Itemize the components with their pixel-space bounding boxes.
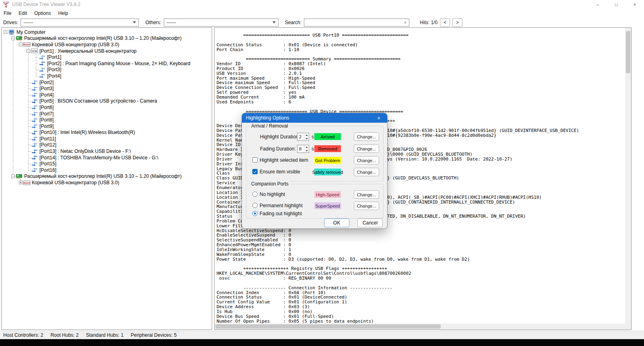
root-hub-icon: ROOT bbox=[23, 42, 31, 47]
usb-port-device-icon bbox=[31, 149, 38, 154]
usb-port-icon bbox=[31, 136, 38, 141]
cancel-button[interactable]: Cancel bbox=[357, 218, 383, 227]
permanent-highlight-radio[interactable] bbox=[252, 203, 258, 208]
fading-duration-spinner[interactable]: 8 bbox=[297, 145, 309, 153]
search-input[interactable] bbox=[304, 19, 402, 26]
tree-item[interactable]: -Расширяемый хост-контроллер Intel(R) US… bbox=[2, 173, 212, 180]
ok-button[interactable]: OK bbox=[324, 218, 349, 227]
highlight-duration-label: Highlight Duration: bbox=[260, 134, 300, 140]
fading-out-highlight-label: Fading out highlight bbox=[260, 211, 302, 216]
highlight-duration-spinner[interactable]: 2 bbox=[297, 133, 309, 141]
spin-up-icon[interactable] bbox=[304, 145, 309, 149]
ensure-item-visible-label: Ensure item visible bbox=[260, 169, 300, 175]
close-button[interactable]: × bbox=[625, 0, 644, 9]
tree-guide-line bbox=[28, 73, 29, 79]
prev-hit-button[interactable]: < bbox=[440, 18, 450, 27]
drives-combobox[interactable]: ------ bbox=[21, 19, 139, 27]
tree-item[interactable]: [Port14] : TOSHIBA TransMemory-Mx USB De… bbox=[2, 154, 212, 161]
horizontal-scrollbar[interactable] bbox=[215, 323, 625, 330]
tree-item[interactable]: -HUB[Port1] : Универсальный USB-концентр… bbox=[2, 48, 212, 54]
tree-item[interactable]: [Port10] : Intel Intel(R) Wireless Bluet… bbox=[2, 130, 212, 136]
tree-guide-line bbox=[13, 130, 13, 136]
menu-item-edit[interactable]: Edit bbox=[15, 10, 31, 16]
tree-item[interactable]: [Port2] : Pixart Imaging Gaming Mouse - … bbox=[2, 60, 212, 67]
change-superspeed-color-button[interactable]: Change... bbox=[354, 202, 379, 210]
others-combobox[interactable]: ------ bbox=[164, 19, 279, 27]
tree-guide-line bbox=[13, 60, 13, 67]
tree-guide-line bbox=[28, 126, 29, 130]
vertical-scroll-thumb[interactable] bbox=[626, 31, 630, 73]
spin-up-icon[interactable] bbox=[304, 133, 309, 137]
no-highlight-radio[interactable] bbox=[252, 192, 258, 197]
tree-item[interactable]: [Port9] bbox=[2, 123, 212, 130]
tree-item[interactable]: [Port2] bbox=[2, 79, 212, 86]
svg-text:ROOT: ROOT bbox=[23, 44, 31, 46]
vertical-scrollbar[interactable] bbox=[625, 28, 631, 323]
tree-guide-line bbox=[13, 54, 13, 60]
tree-item[interactable]: [Port12] bbox=[2, 142, 212, 148]
change-removed-color-button[interactable]: Change... bbox=[354, 144, 379, 153]
change-safely-removed-color-button[interactable]: Change... bbox=[354, 168, 379, 176]
tree-expander[interactable]: - bbox=[4, 30, 7, 34]
permanent-highlight-label: Permanent highlight bbox=[260, 203, 303, 208]
maximize-button[interactable]: □ bbox=[607, 0, 625, 9]
tree-guide-line bbox=[13, 136, 13, 142]
tree-item[interactable]: [Port4] bbox=[2, 92, 212, 98]
ensure-item-visible-checkbox[interactable] bbox=[252, 169, 258, 174]
tree-expander[interactable]: - bbox=[27, 49, 30, 53]
dialog-close-button[interactable]: × bbox=[370, 113, 387, 123]
app-window: USB Device Tree Viewer V3.8.2 – □ × File… bbox=[0, 0, 644, 346]
highlight-selected-checkbox[interactable] bbox=[252, 157, 258, 163]
tree-expander[interactable]: - bbox=[11, 175, 15, 178]
horizontal-scroll-thumb[interactable] bbox=[215, 324, 441, 329]
spin-down-icon[interactable] bbox=[304, 137, 309, 140]
tree-guide-line bbox=[13, 154, 13, 161]
high-speed-color-chip: High-Speed bbox=[314, 191, 341, 198]
tree-item[interactable]: [Port13] : Netac OnlyDisk USB Device - F… bbox=[2, 148, 212, 154]
tree-guide-line bbox=[28, 132, 29, 136]
menu-item-file[interactable]: File bbox=[0, 10, 15, 16]
tree-guide-line bbox=[13, 111, 13, 117]
usb-port-icon bbox=[39, 67, 46, 72]
tree-item-label: [Port6] bbox=[39, 105, 54, 110]
tree-item[interactable]: +ROOTКорневой USB-концентратор (USB 3.0) bbox=[2, 179, 212, 186]
tree-expander[interactable]: - bbox=[19, 43, 23, 46]
spin-down-icon[interactable] bbox=[304, 149, 309, 152]
tree-item[interactable]: [Port5] : BISON Составное USB устройство… bbox=[2, 98, 212, 105]
search-box: × bbox=[304, 19, 409, 27]
tree-item[interactable]: -Расширяемый хост-контроллер Intel(R) US… bbox=[2, 35, 212, 42]
tree-item[interactable]: [Port6] bbox=[2, 104, 212, 111]
menu-item-options[interactable]: Options bbox=[31, 10, 54, 16]
tree-item[interactable]: [Port15] bbox=[2, 161, 212, 167]
tree-guide-line bbox=[28, 136, 29, 139]
tree-item[interactable]: [Port16] bbox=[2, 167, 212, 173]
tree-item[interactable]: [Port4] bbox=[2, 73, 212, 79]
clear-search-icon[interactable]: × bbox=[402, 20, 409, 25]
next-hit-button[interactable]: > bbox=[452, 18, 462, 27]
seconds-unit-label: s bbox=[312, 146, 314, 152]
tree-guide-line bbox=[13, 79, 13, 86]
fading-out-highlight-radio[interactable] bbox=[252, 211, 258, 216]
usb-port-icon bbox=[39, 73, 46, 78]
menu-item-help[interactable]: Help bbox=[54, 10, 72, 16]
change-arrived-color-button[interactable]: Change... bbox=[354, 132, 379, 141]
tree-item[interactable]: -My Computer bbox=[2, 29, 212, 35]
tree-item[interactable]: [Port7] bbox=[2, 111, 212, 117]
tree-expander[interactable]: + bbox=[19, 181, 23, 184]
tree-item-label: [Port4] bbox=[39, 92, 54, 98]
tree-item-label: [Port12] bbox=[39, 142, 56, 148]
tree-item[interactable]: [Port1] bbox=[2, 54, 212, 60]
tree-guide-line bbox=[13, 142, 13, 148]
change-problem-color-button[interactable]: Change... bbox=[354, 156, 379, 165]
others-value: ------ bbox=[167, 20, 176, 25]
tree-item[interactable]: -ROOTКорневой USB-концентратор (USB 3.0) bbox=[2, 41, 212, 48]
dialog-title-bar[interactable]: Highlighting Options × bbox=[242, 113, 387, 123]
change-high-speed-color-button[interactable]: Change... bbox=[354, 190, 379, 199]
tree-item[interactable]: [Port3] bbox=[2, 67, 212, 73]
tree-expander[interactable]: - bbox=[11, 37, 15, 40]
minimize-button[interactable]: – bbox=[588, 0, 607, 9]
tree-item[interactable]: [Port8] bbox=[2, 117, 212, 123]
status-item: Standard Hubs: 1 bbox=[86, 332, 123, 338]
tree-item[interactable]: [Port11] bbox=[2, 136, 212, 142]
tree-item[interactable]: [Port3] bbox=[2, 85, 212, 92]
